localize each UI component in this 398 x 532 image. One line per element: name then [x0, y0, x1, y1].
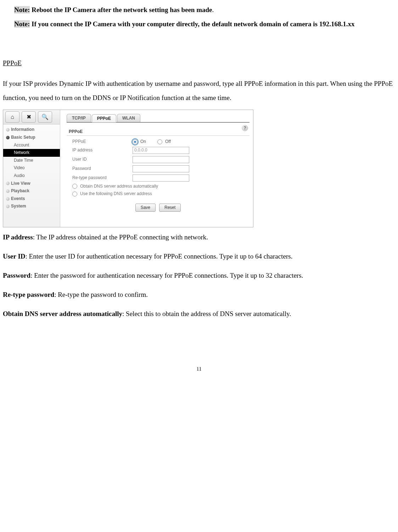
descriptions: IP address: The IP address obtained at t…: [3, 230, 395, 321]
input-ip[interactable]: 0.0.0.0: [133, 147, 189, 154]
input-password[interactable]: [133, 165, 189, 172]
nav-events[interactable]: Events: [3, 195, 60, 203]
bullet-icon: [6, 182, 10, 185]
divider: [67, 135, 250, 136]
row-userid: User ID: [67, 155, 250, 164]
button-row: Save Reset: [67, 204, 250, 212]
label-userid: User ID: [67, 157, 133, 162]
row-password: Password: [67, 164, 250, 173]
tab-wlan[interactable]: WLAN: [117, 114, 140, 122]
note-label: Note:: [14, 6, 30, 13]
panel-title: PPPoE: [69, 129, 250, 135]
tab-tcpip[interactable]: TCP/IP: [67, 114, 91, 122]
note-2-text: If you connect the IP Camera with your c…: [30, 20, 354, 28]
page-number: 11: [3, 364, 395, 375]
app-screenshot: ⌂ ✖ 🔍 Information Basic Setup Account Ne…: [3, 110, 253, 227]
nav-liveview[interactable]: Live View: [3, 180, 60, 188]
desc-ip: IP address: The IP address obtained at t…: [3, 230, 395, 244]
desc-dns: Obtain DNS server address automatically:…: [3, 307, 395, 321]
bullet-icon: [6, 205, 10, 208]
bullet-icon: [6, 197, 10, 201]
nav-system[interactable]: System: [3, 203, 60, 210]
row-ip: IP address 0.0.0.0: [67, 146, 250, 155]
nav-video[interactable]: Video: [3, 164, 60, 172]
row-pppoe: PPPoE On Off: [67, 138, 250, 146]
sidebar: ⌂ ✖ 🔍 Information Basic Setup Account Ne…: [3, 110, 60, 227]
nav-datetime[interactable]: Date Time: [3, 157, 60, 165]
input-retype[interactable]: [133, 174, 189, 182]
nav-information[interactable]: Information: [3, 126, 60, 134]
tab-bar: TCP/IP PPPoE WLAN: [67, 112, 250, 123]
nav-playback[interactable]: Playback: [3, 187, 60, 195]
content-panel: TCP/IP PPPoE WLAN ? PPPoE PPPoE On Off I…: [60, 110, 253, 227]
nav-tree: Information Basic Setup Account Network …: [3, 124, 60, 212]
nav-audio[interactable]: Audio: [3, 172, 60, 180]
toolbar: ⌂ ✖ 🔍: [3, 110, 60, 124]
label-ip: IP address: [67, 148, 133, 153]
home-icon[interactable]: ⌂: [5, 111, 19, 123]
section-title: PPPoE: [3, 56, 395, 70]
row-retype: Re-type password: [67, 173, 250, 183]
label-retype: Re-type password: [67, 175, 133, 181]
note-1-period: .: [212, 6, 214, 13]
bullet-icon: [6, 136, 10, 139]
row-dns-manual: Use the following DNS server address: [67, 190, 250, 198]
reset-button[interactable]: Reset: [159, 204, 181, 212]
note-1-text: Reboot the IP Camera after the network s…: [30, 6, 212, 13]
desc-retype: Re-type password: Re-type the password t…: [3, 288, 395, 302]
note-2: Note: If you connect the IP Camera with …: [14, 17, 395, 31]
save-button[interactable]: Save: [135, 204, 156, 212]
label-pppoe: PPPoE: [67, 139, 133, 145]
note-label: Note:: [14, 20, 30, 28]
nav-basic-setup[interactable]: Basic Setup: [3, 134, 60, 142]
intro-paragraph: If your ISP provides Dynamic IP with aut…: [3, 77, 395, 105]
label-on: On: [140, 139, 146, 145]
bullet-icon: [6, 189, 10, 193]
nav-account[interactable]: Account: [3, 142, 60, 149]
input-userid[interactable]: [133, 156, 189, 163]
desc-userid: User ID: Enter the user ID for authentic…: [3, 249, 395, 264]
label-off: Off: [165, 139, 171, 145]
label-dns-manual: Use the following DNS server address: [80, 191, 152, 197]
radio-off[interactable]: [157, 139, 162, 144]
notes-block: Note: Reboot the IP Camera after the net…: [3, 3, 395, 31]
note-1: Note: Reboot the IP Camera after the net…: [14, 3, 395, 17]
row-dns-auto: Obtain DNS server address automatically: [67, 183, 250, 190]
radio-dns-auto[interactable]: [72, 184, 77, 189]
desc-password: Password: Enter the password for authent…: [3, 268, 395, 283]
bullet-icon: [6, 128, 10, 132]
tools-icon[interactable]: ✖: [22, 111, 36, 123]
radio-dns-manual[interactable]: [72, 192, 77, 196]
label-password: Password: [67, 166, 133, 172]
tab-pppoe[interactable]: PPPoE: [92, 114, 116, 123]
radio-on[interactable]: [133, 139, 138, 144]
label-dns-auto: Obtain DNS server address automatically: [80, 184, 158, 189]
nav-network[interactable]: Network: [3, 149, 60, 157]
search-icon[interactable]: 🔍: [38, 111, 52, 123]
